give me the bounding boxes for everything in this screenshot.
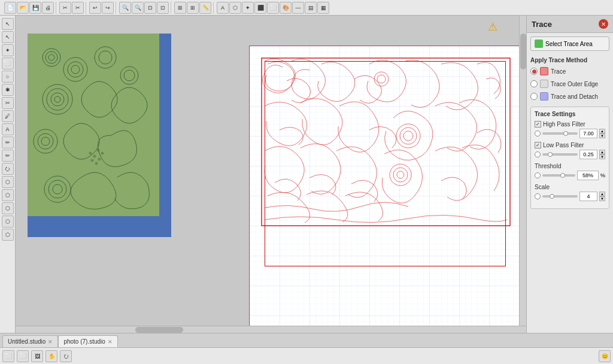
low-pass-text: Low Pass Filter [543,142,584,148]
threshold-track[interactable] [542,174,575,177]
cutting-mat [249,46,521,333]
new-btn[interactable]: 📄 [4,2,16,14]
draw-tool[interactable]: ✦ [2,44,14,56]
tab-photo7[interactable]: photo (7).studio ✕ [58,335,118,347]
low-pass-checkbox[interactable]: ✓ [535,142,541,148]
select-trace-icon [535,40,543,48]
threshold-slider-row: % [535,171,605,180]
zoom-fit-btn[interactable]: ⊡ [144,2,156,14]
panel-btn[interactable]: ▤ [305,2,317,14]
eraser-tool[interactable]: ✏ [2,150,14,162]
scale-up[interactable]: ▲ [599,192,605,196]
bt-btn5[interactable]: ⭮ [60,350,72,362]
high-pass-spinner[interactable]: ▲ ▼ [599,129,605,138]
high-pass-checkbox[interactable]: ✓ [535,121,541,128]
text-tool[interactable]: A [2,123,14,135]
scale-down[interactable]: ▼ [599,196,605,201]
select2-tool[interactable]: ↖ [2,31,14,43]
low-pass-up[interactable]: ▲ [599,150,605,154]
print-btn[interactable]: 🖨 [42,2,54,14]
fill-btn[interactable]: 🎨 [280,2,292,14]
tab-photo7-label: photo (7).studio [63,338,105,345]
low-pass-thumb[interactable] [548,152,553,157]
panel-close-button[interactable]: ✕ [599,19,608,29]
snap-btn[interactable]: ⊞ [187,2,199,14]
zoom-in-btn[interactable]: 🔍 [119,2,131,14]
warning-icon: ⚠ [488,20,497,34]
bt-btn3[interactable]: 🖼 [31,350,43,362]
threshold-row: Threshold % [535,163,605,180]
high-pass-down[interactable]: ▼ [599,134,605,138]
shape2-tool[interactable]: ⬡ [2,176,14,188]
rect-tool[interactable]: ⬜ [2,57,14,69]
save-btn[interactable]: 💾 [29,2,41,14]
high-pass-up[interactable]: ▲ [599,129,605,134]
low-pass-down[interactable]: ▼ [599,154,605,159]
trace-outer-radio[interactable] [530,80,538,87]
low-pass-row: ✓ Low Pass Filter ▲ ▼ [535,142,605,159]
line-btn[interactable]: — [292,2,304,14]
select-tool[interactable]: ↖ [2,18,14,30]
grid-btn[interactable]: ⊞ [174,2,186,14]
high-pass-thumb[interactable] [563,131,568,136]
scale-thumb[interactable] [550,194,554,199]
panel2-btn[interactable]: ▦ [317,2,329,14]
cut2-btn[interactable]: ✂ [72,2,84,14]
trace-option[interactable]: Trace [530,66,609,77]
high-pass-track[interactable] [542,132,578,135]
knife-tool[interactable]: ✂ [2,97,14,109]
text-btn[interactable]: A [217,2,229,14]
scale-spinner[interactable]: ▲ ▼ [599,192,605,201]
high-pass-slider-icon [535,131,541,136]
undo-btn[interactable]: ↩ [89,2,101,14]
cut-btn[interactable]: ✂ [59,2,71,14]
tab-untitled-close[interactable]: ✕ [48,339,53,345]
apply-method-label: Apply Trace Method [530,57,609,63]
trace-detach-radio[interactable] [530,93,538,100]
high-pass-input[interactable] [579,129,597,138]
ellipse-tool[interactable]: ○ [2,71,14,83]
shape6-tool[interactable]: ⬡ [2,229,14,241]
shape3-tool[interactable]: ⬡ [2,189,14,201]
scale-track[interactable] [542,195,578,198]
trace-detach-option[interactable]: Trace and Detach [530,91,609,102]
scale-text: Scale [535,184,550,190]
bt-smile[interactable]: 😊 [599,350,611,362]
ungroup-btn[interactable]: ⬜ [267,2,279,14]
poly-tool[interactable]: ✱ [2,84,14,96]
shape-btn[interactable]: ⬡ [229,2,241,14]
weld-btn[interactable]: ✦ [242,2,254,14]
horizontal-scroll-thumb[interactable] [135,327,183,333]
group-btn[interactable]: ⬛ [254,2,266,14]
tab-untitled[interactable]: Untitled.studio ✕ [2,335,58,347]
trace-detach-icon [540,92,548,101]
low-pass-spinner[interactable]: ▲ ▼ [599,150,605,159]
cut-group: ✂ ✂ [57,2,86,14]
shape5-tool[interactable]: ⬡ [2,216,14,228]
low-pass-track[interactable] [542,153,578,156]
select-trace-area-button[interactable]: Select Trace Area [530,37,609,51]
threshold-input[interactable] [577,171,599,180]
bt-btn2[interactable]: ⬜ [17,350,29,362]
open-btn[interactable]: 📂 [17,2,29,14]
low-pass-input[interactable] [579,150,597,159]
vertical-scrollbar[interactable] [519,16,526,326]
pen-tool[interactable]: 🖊 [2,110,14,122]
ruler-btn[interactable]: 📏 [199,2,211,14]
zoom-sel-btn[interactable]: ⊡ [157,2,169,14]
bt-btn4[interactable]: ✋ [45,350,57,362]
vertical-scroll-thumb[interactable] [520,34,526,69]
trace-outer-option[interactable]: Trace Outer Edge [530,78,609,89]
rotate-tool[interactable]: ⭮ [2,163,14,175]
scale-input[interactable] [579,192,597,201]
threshold-thumb[interactable] [560,173,565,178]
bt-btn1[interactable]: ⬜ [2,350,14,362]
pencil-tool[interactable]: ✏ [2,136,14,148]
shape4-tool[interactable]: ⬡ [2,202,14,214]
zoom-out-btn[interactable]: 🔍 [132,2,144,14]
trace-radio[interactable] [530,68,538,75]
bottom-area: Untitled.studio ✕ photo (7).studio ✕ ⬜ ⬜… [0,333,613,364]
horizontal-scrollbar[interactable] [16,326,526,333]
tab-photo7-close[interactable]: ✕ [108,339,113,345]
redo-btn[interactable]: ↪ [102,2,114,14]
